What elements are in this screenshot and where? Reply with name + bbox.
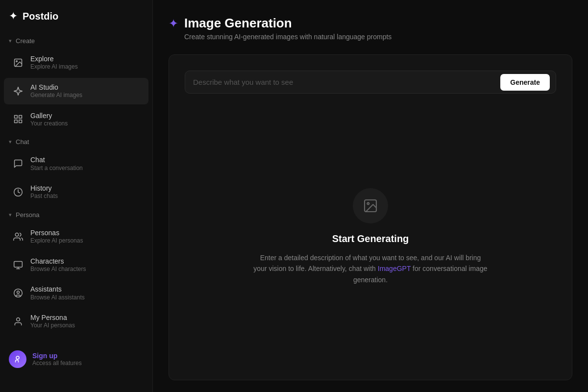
personas-sublabel: Explore AI personas: [30, 237, 83, 245]
explore-label: Explore: [30, 54, 78, 63]
image-icon: [13, 57, 24, 68]
chat-section-label: Chat: [16, 138, 29, 146]
create-section-label: Create: [16, 37, 35, 45]
generation-card: Generate Start Generating Enter a detail…: [169, 54, 572, 380]
history-label: History: [30, 184, 58, 193]
page-header-icon: ✦: [169, 17, 178, 30]
characters-sublabel: Browse AI characters: [30, 266, 86, 273]
page-subtitle: Create stunning AI-generated images with…: [184, 33, 392, 41]
logo-area: ✦ Postdio: [0, 0, 152, 32]
sidebar-item-my-persona[interactable]: My Persona Your AI personas: [4, 308, 148, 335]
svg-point-14: [367, 202, 369, 204]
empty-state: Start Generating Enter a detailed descri…: [185, 109, 556, 364]
app-name: Postdio: [23, 11, 58, 22]
sidebar-item-ai-studio[interactable]: AI Studio Generate AI images: [4, 78, 148, 104]
page-title: Image Generation: [184, 16, 392, 31]
sidebar-item-chat[interactable]: Chat Start a conversation: [4, 150, 148, 177]
svg-rect-8: [14, 261, 23, 267]
svg-rect-4: [15, 120, 18, 123]
assistants-label: Assistants: [30, 285, 85, 294]
my-persona-sublabel: Your AI personas: [30, 322, 75, 330]
svg-rect-5: [19, 120, 22, 123]
prompt-bar: Generate: [185, 71, 556, 94]
logo-icon: ✦: [9, 10, 18, 23]
sparkle-icon: [13, 86, 24, 97]
sidebar-item-explore[interactable]: Explore Explore AI images: [4, 49, 148, 76]
empty-state-icon-circle: [353, 188, 388, 223]
persona-section-header[interactable]: ▾ Persona: [0, 206, 152, 222]
svg-point-10: [17, 291, 20, 294]
svg-point-1: [16, 61, 18, 62]
persona-chevron-icon: ▾: [9, 212, 12, 218]
svg-point-9: [14, 289, 23, 297]
empty-state-description: Enter a detailed description of what you…: [253, 252, 488, 285]
chat-chevron-icon: ▾: [9, 139, 12, 145]
chat-icon: [13, 158, 24, 169]
gallery-sublabel: Your creations: [30, 120, 68, 128]
assistants-icon: [13, 288, 24, 298]
svg-rect-3: [19, 116, 22, 119]
chat-label: Chat: [30, 155, 83, 164]
user-icon: [13, 316, 24, 327]
page-header: ✦ Image Generation Create stunning AI-ge…: [169, 16, 572, 41]
svg-point-7: [15, 233, 19, 236]
avatar: [9, 350, 26, 368]
ai-studio-sublabel: Generate AI images: [30, 92, 82, 99]
grid-icon: [13, 114, 24, 124]
personas-label: Personas: [30, 228, 83, 237]
explore-sublabel: Explore AI images: [30, 63, 78, 71]
image-placeholder-icon: [363, 198, 378, 214]
imagegpt-link[interactable]: ImageGPT: [378, 265, 411, 272]
svg-point-11: [17, 318, 20, 321]
signup-area[interactable]: Sign up Access all features: [0, 343, 152, 375]
my-persona-label: My Persona: [30, 313, 75, 322]
characters-icon: [13, 260, 24, 270]
signup-sublabel: Access all features: [32, 360, 82, 367]
main-content: ✦ Image Generation Create stunning AI-ge…: [153, 0, 588, 392]
sidebar-item-history[interactable]: History Past chats: [4, 179, 148, 205]
characters-label: Characters: [30, 257, 86, 266]
signup-label: Sign up: [32, 352, 82, 360]
sidebar-item-characters[interactable]: Characters Browse AI characters: [4, 252, 148, 278]
sidebar-item-personas[interactable]: Personas Explore AI personas: [4, 223, 148, 250]
sidebar-item-assistants[interactable]: Assistants Browse AI assistants: [4, 280, 148, 306]
create-chevron-icon: ▾: [9, 38, 12, 44]
prompt-input[interactable]: [193, 71, 500, 93]
history-sublabel: Past chats: [30, 193, 58, 200]
chat-sublabel: Start a conversation: [30, 165, 83, 172]
sidebar: ✦ Postdio ▾ Create Explore Explore AI im…: [0, 0, 153, 392]
persona-section-label: Persona: [16, 211, 39, 219]
personas-icon: [13, 231, 24, 242]
gallery-label: Gallery: [30, 111, 68, 120]
generate-button[interactable]: Generate: [500, 74, 550, 91]
chat-section-header[interactable]: ▾ Chat: [0, 133, 152, 149]
svg-rect-2: [15, 116, 18, 119]
sidebar-item-gallery[interactable]: Gallery Your creations: [4, 106, 148, 133]
empty-state-title: Start Generating: [332, 233, 409, 245]
assistants-sublabel: Browse AI assistants: [30, 294, 85, 302]
clock-icon: [13, 187, 24, 197]
create-section-header[interactable]: ▾ Create: [0, 32, 152, 49]
ai-studio-label: AI Studio: [30, 83, 82, 92]
svg-point-12: [16, 356, 19, 359]
